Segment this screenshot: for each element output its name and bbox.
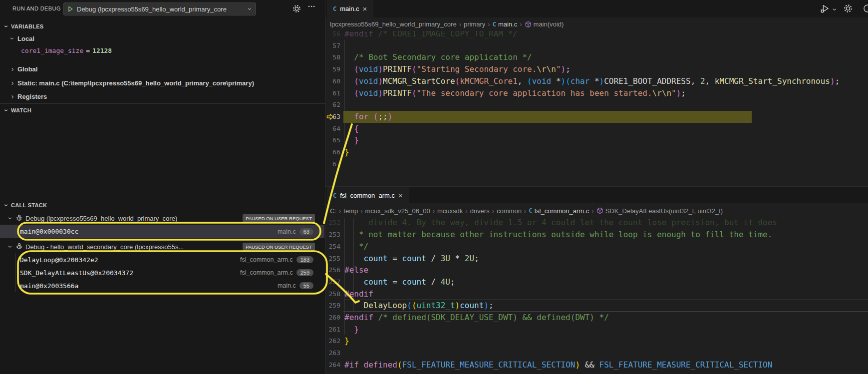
code-text: #if defined(FSL_FEATURE_MEASURE_CRITICAL… [344, 359, 772, 371]
code-text: } [344, 335, 349, 347]
run-or-debug-icon[interactable] [820, 4, 830, 15]
code-line-57[interactable]: 57 [325, 40, 868, 52]
breadcrumb-item[interactable]: lpcxpresso55s69_hello_world_primary_core [330, 20, 457, 28]
variables-global-row[interactable]: › Global [10, 63, 37, 75]
code-line-65[interactable]: 65 } [325, 134, 868, 146]
variables-registers-row[interactable]: › Registers [10, 90, 47, 102]
breadcrumb-item[interactable]: common [497, 207, 522, 215]
code-line-256[interactable]: 256#else [325, 264, 868, 276]
clipped-action-icon[interactable] [863, 4, 868, 15]
divider [0, 103, 325, 104]
breadcrumb-item[interactable]: mcuxsdk [437, 207, 463, 215]
stack-frame-main-secondary[interactable]: main@0x2003566a main.c 55 [0, 279, 324, 292]
callstack-thread-secondary[interactable]: › Debug - hello_world_secondary_core (lp… [8, 240, 325, 253]
callstack-section-header[interactable]: › CALL STACK [4, 201, 47, 210]
stack-frame-delayloop[interactable]: DelayLoop@0x200342e2 fsl_common_arm.c 18… [0, 253, 324, 266]
line-number: 256 [325, 264, 340, 276]
tab-main-c[interactable]: C main.c × [327, 0, 373, 17]
code-line-261[interactable]: 261 } [325, 324, 868, 336]
code-line-64[interactable]: 64 { [325, 123, 868, 135]
breadcrumb-item[interactable]: temp [343, 207, 358, 215]
tab-fsl-common-arm-c[interactable]: C fsl_common_arm.c × [327, 187, 409, 204]
debug-config-dropdown[interactable]: Debug (lpcxpresso55s69_hello_world_prima… [63, 2, 256, 15]
breadcrumb-item[interactable]: main(void) [534, 20, 564, 28]
watch-section-header[interactable]: › WATCH [4, 106, 31, 115]
breadcrumb-separator: › [459, 20, 461, 28]
code-line-62[interactable]: 62 [325, 99, 868, 111]
code-line-263[interactable]: 263 [325, 347, 868, 359]
chevron-right-icon: › [10, 65, 15, 72]
method-symbol-icon [596, 207, 603, 214]
variable-core1-image-size[interactable]: core1_image_size = 12128 [21, 44, 112, 56]
code-text: count = count / 4U; [344, 276, 455, 288]
line-number: 259 [325, 300, 340, 312]
line-number: 58 [325, 51, 340, 63]
code-line-63[interactable]: 63 for (;;) [325, 111, 868, 123]
breadcrumb-separator: › [492, 207, 494, 215]
line-number: 264 [325, 359, 340, 371]
line-number: 263 [325, 347, 340, 359]
breadcrumb: C:›temp›mcux_sdk_v25_06_00›mcuxsdk›drive… [325, 203, 868, 218]
editor-tab-bar-top: C main.c × › [325, 0, 868, 17]
code-editor-main-c[interactable]: 56#endif /* CORE1_IMAGE_COPY_TO_RAM */57… [325, 17, 868, 186]
callstack-thread-primary[interactable]: › Debug (lpcxpresso55s69_hello_world_pri… [8, 212, 325, 225]
code-line-61[interactable]: 61 (void)PRINTF("The secondary core appl… [325, 87, 868, 99]
breadcrumb-item[interactable]: primary [464, 20, 485, 28]
code-line-67[interactable]: 67 [325, 158, 868, 170]
line-number: 252 [325, 217, 340, 229]
line-number: 67 [325, 158, 340, 170]
code-line-260[interactable]: 260#endif /* defined(SDK_DELAY_USE_DWT) … [325, 312, 868, 324]
code-line-58[interactable]: 58 /* Boot Secondary core application */ [325, 51, 868, 63]
method-symbol-icon [525, 21, 532, 28]
editor-tab-bar-bottom: C fsl_common_arm.c × [325, 186, 868, 204]
code-text: } [344, 134, 359, 146]
chevron-down-icon: › [3, 203, 10, 208]
code-line-264[interactable]: 264#if defined(FSL_FEATURE_MEASURE_CRITI… [325, 359, 868, 371]
breadcrumb-item[interactable]: fsl_common_arm.c [534, 207, 589, 215]
c-file-icon: C [529, 207, 532, 214]
breadcrumb-item[interactable]: SDK_DelayAtLeastUs(uint32_t, uint32_t) [605, 207, 723, 215]
code-line-66[interactable]: 66} [325, 146, 868, 158]
chevron-down-icon[interactable]: › [832, 7, 839, 12]
code-line-60[interactable]: 60 (void)MCMGR_StartCore(kMCMGR_Core1, (… [325, 75, 868, 87]
breadcrumb-item[interactable]: drivers [470, 207, 490, 215]
breadcrumb-separator: › [433, 207, 435, 215]
line-number: 253 [325, 229, 340, 241]
more-actions-icon[interactable]: ··· [308, 2, 315, 10]
code-text: */ [344, 241, 368, 253]
breadcrumb-item[interactable]: C: [330, 207, 336, 215]
code-line-253[interactable]: 253 * not matter because other instructi… [325, 229, 868, 241]
code-line-257[interactable]: 257 count = count / 4U; [325, 276, 868, 288]
code-line-59[interactable]: 59 (void)PRINTF("Starting Secondary core… [325, 63, 868, 75]
line-number: 61 [325, 87, 340, 99]
code-editor-fsl-common-arm-c[interactable]: 252 divide 4. By the way, divide 1.5 or … [325, 203, 868, 374]
paused-badge: PAUSED ON USER REQUEST [243, 214, 315, 223]
code-line-258[interactable]: 258#endif [325, 288, 868, 300]
code-line-259[interactable]: 259 DelayLoop((uint32_t)count); [325, 300, 868, 312]
stack-frame-sdk-delayatleastus[interactable]: SDK_DelayAtLeastUs@0x20034372 fsl_common… [0, 266, 324, 279]
variables-static-row[interactable]: › Static: main.c (C:\temp\lpcxpresso55s6… [10, 77, 254, 89]
breadcrumb-item[interactable]: mcux_sdk_v25_06_00 [365, 207, 430, 215]
gear-icon[interactable] [292, 4, 301, 15]
breadcrumb-separator: › [524, 207, 526, 215]
chevron-down-icon: › [7, 216, 14, 221]
code-line-262[interactable]: 262} [325, 335, 868, 347]
close-icon[interactable]: × [363, 5, 367, 12]
run-and-debug-sidebar: RUN AND DEBUG Debug (lpcxpresso55s69_hel… [0, 0, 325, 374]
variables-local-row[interactable]: › Local [10, 32, 34, 44]
breadcrumb-separator: › [465, 207, 467, 215]
chevron-right-icon: › [10, 93, 15, 100]
code-line-252[interactable]: 252 divide 4. By the way, divide 1.5 or … [325, 217, 868, 229]
line-number: 62 [325, 99, 340, 111]
gear-icon[interactable] [844, 4, 853, 15]
line-number: 257 [325, 276, 340, 288]
code-text: #endif /* defined(SDK_DELAY_USE_DWT) && … [344, 312, 609, 324]
close-icon[interactable]: × [398, 192, 403, 199]
chevron-down-icon: › [247, 6, 254, 11]
variables-section-header[interactable]: › VARIABLES [4, 22, 43, 31]
tree-indent-guide [15, 225, 15, 238]
code-line-255[interactable]: 255 count = count / 3U * 2U; [325, 253, 868, 265]
stack-frame-main-primary[interactable]: main@0x000030cc main.c 63 [0, 225, 324, 238]
breadcrumb-item[interactable]: main.c [498, 20, 517, 28]
code-line-254[interactable]: 254 */ [325, 241, 868, 253]
